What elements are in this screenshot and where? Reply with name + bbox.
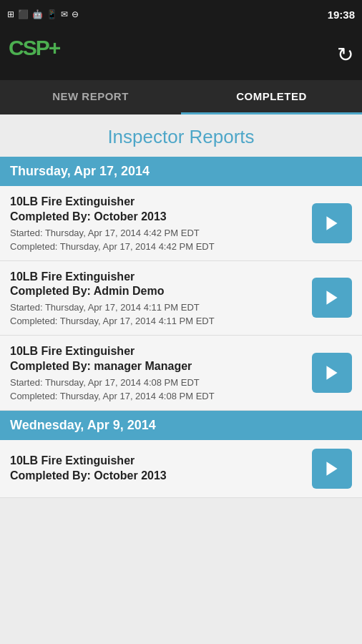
section-header-1: Wednesday, Apr 9, 2014 — [0, 411, 362, 440]
report-completed-by: Completed By: Admin Demo — [10, 284, 303, 299]
report-item-text: 10LB Fire Extinguisher Completed By: Oct… — [10, 195, 303, 252]
wifi-icon: ⊞ — [7, 9, 14, 19]
report-completed: Completed: Thursday, Apr 17, 2014 4:08 P… — [10, 391, 303, 401]
svg-marker-3 — [326, 462, 337, 476]
report-item-text: 10LB Fire Extinguisher Completed By: man… — [10, 344, 303, 401]
report-title: 10LB Fire Extinguisher — [10, 270, 303, 285]
svg-marker-1 — [326, 291, 337, 306]
tab-completed[interactable]: COMPLETED — [181, 80, 362, 114]
play-button[interactable] — [312, 203, 352, 243]
app-bar: CSP+ ↻ — [0, 29, 362, 80]
main-content: Inspector Reports Thursday, Apr 17, 2014… — [0, 114, 362, 644]
sim-icon: 📱 — [47, 9, 57, 19]
status-time: 19:38 — [328, 9, 355, 21]
play-button[interactable] — [312, 353, 352, 393]
android-icon: 🤖 — [32, 9, 43, 19]
app-logo: CSP+ — [9, 36, 59, 73]
refresh-button[interactable]: ↻ — [337, 43, 353, 67]
status-bar: ⊞ ⬛ 🤖 📱 ✉ ⊖ 19:38 — [0, 0, 362, 29]
report-completed: Completed: Thursday, Apr 17, 2014 4:11 P… — [10, 316, 303, 326]
bb-icon: ⬛ — [18, 9, 29, 19]
report-title: 10LB Fire Extinguisher — [10, 195, 303, 210]
report-started: Started: Thursday, Apr 17, 2014 4:08 PM … — [10, 377, 303, 388]
page-title: Inspector Reports — [0, 114, 362, 157]
report-started: Started: Thursday, Apr 17, 2014 4:42 PM … — [10, 228, 303, 238]
tab-new-report[interactable]: NEW REPORT — [0, 80, 181, 114]
email-icon: ✉ — [61, 9, 68, 19]
report-item-text: 10LB Fire Extinguisher Completed By: Adm… — [10, 270, 303, 327]
report-item: 10LB Fire Extinguisher Completed By: Oct… — [0, 440, 362, 498]
svg-marker-2 — [326, 366, 337, 380]
report-completed-by: Completed By: October 2013 — [10, 469, 303, 484]
report-title: 10LB Fire Extinguisher — [10, 454, 303, 469]
svg-marker-0 — [326, 216, 337, 230]
report-completed-by: Completed By: manager Manager — [10, 359, 303, 374]
play-button[interactable] — [312, 278, 352, 318]
tab-bar: NEW REPORT COMPLETED — [0, 80, 362, 114]
report-title: 10LB Fire Extinguisher — [10, 344, 303, 359]
report-started: Started: Thursday, Apr 17, 2014 4:11 PM … — [10, 302, 303, 313]
minus-icon: ⊖ — [72, 9, 79, 19]
report-item: 10LB Fire Extinguisher Completed By: Oct… — [0, 186, 362, 261]
report-item-text: 10LB Fire Extinguisher Completed By: Oct… — [10, 454, 303, 484]
play-button[interactable] — [312, 449, 352, 489]
report-item: 10LB Fire Extinguisher Completed By: Adm… — [0, 261, 362, 336]
section-header-0: Thursday, Apr 17, 2014 — [0, 157, 362, 186]
report-completed-by: Completed By: October 2013 — [10, 210, 303, 225]
status-icons: ⊞ ⬛ 🤖 📱 ✉ ⊖ — [7, 9, 79, 19]
report-item: 10LB Fire Extinguisher Completed By: man… — [0, 336, 362, 411]
report-completed: Completed: Thursday, Apr 17, 2014 4:42 P… — [10, 241, 303, 252]
